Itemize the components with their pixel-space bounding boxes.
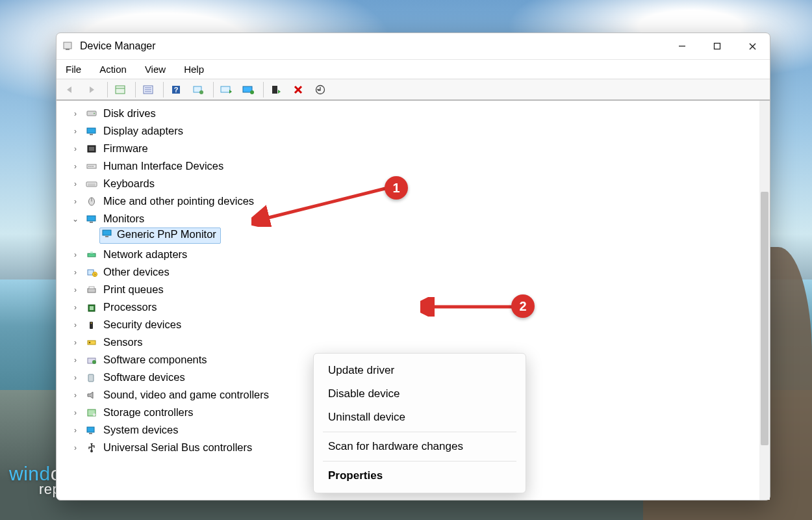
toolbar-update-driver-button[interactable] (216, 81, 236, 98)
cpu-icon (85, 302, 98, 313)
tree-node-label: Security devices (103, 318, 181, 331)
toolbar-forward-button[interactable] (82, 81, 102, 98)
tree-node-label: Firmware (103, 142, 148, 155)
tree-node-label: Software devices (103, 371, 185, 384)
expander-icon[interactable]: › (71, 356, 80, 365)
expander-icon[interactable]: › (71, 391, 80, 400)
context-menu-properties[interactable]: Properties (314, 464, 526, 488)
tree-leaf-generic-pnp-monitor[interactable]: Generic PnP Monitor (99, 228, 221, 244)
svg-rect-30 (92, 166, 94, 167)
menubar: File Action View Help (57, 59, 770, 79)
tree-node-label: Universal Serial Bus controllers (103, 441, 252, 454)
tree-node-other-devices[interactable]: ›?Other devices (60, 263, 754, 281)
toolbar-properties-button[interactable] (138, 81, 158, 98)
expander-icon[interactable]: › (71, 162, 80, 171)
mouse-icon (85, 196, 98, 207)
tree-node-mice-and-other-pointing-devices[interactable]: ›Mice and other pointing devices (60, 192, 754, 210)
menu-action[interactable]: Action (98, 62, 128, 76)
network-icon (85, 249, 98, 261)
sound-icon (85, 389, 98, 401)
usb-icon (85, 442, 98, 454)
toolbar-disable-device-button[interactable] (266, 81, 286, 98)
disk-icon (85, 108, 98, 120)
tree-node-label: Print queues (103, 283, 164, 296)
toolbar-sep (163, 82, 164, 98)
tree-node-disk-drives[interactable]: ›Disk drives (60, 105, 754, 122)
expander-icon[interactable]: ⌄ (71, 214, 80, 224)
expander-icon[interactable]: › (71, 144, 80, 153)
tree-node-label: Other devices (103, 266, 170, 278)
expander-icon[interactable]: › (71, 127, 80, 136)
expander-icon[interactable]: › (71, 338, 80, 347)
expander-icon[interactable]: › (71, 373, 80, 382)
svg-point-54 (92, 360, 96, 364)
tree-leaf-label: Generic PnP Monitor (117, 228, 216, 243)
expander-icon[interactable]: › (71, 320, 80, 330)
toolbar-scan-button[interactable] (188, 81, 208, 98)
expander-icon[interactable]: › (71, 109, 80, 118)
tree-node-print-queues[interactable]: ›Print queues (60, 281, 754, 298)
svg-rect-29 (90, 166, 92, 167)
app-icon (62, 40, 73, 52)
context-menu-uninstall-device[interactable]: Uninstall device (314, 406, 526, 429)
expander-icon[interactable]: › (71, 303, 80, 312)
menu-file[interactable]: File (64, 62, 82, 76)
toolbar: ? (57, 79, 770, 101)
swdev-icon (85, 372, 98, 384)
svg-rect-1 (66, 49, 70, 50)
minimize-button[interactable] (665, 33, 700, 59)
tree-node-label: Mice and other pointing devices (103, 195, 254, 207)
sensor-icon (85, 337, 98, 348)
expander-icon[interactable]: › (71, 408, 80, 417)
tree-node-human-interface-devices[interactable]: ›Human Interface Devices (60, 157, 754, 175)
svg-point-57 (93, 413, 95, 416)
tree-node-processors[interactable]: ›Processors (60, 298, 754, 316)
menu-help[interactable]: Help (183, 62, 205, 76)
tree-node-display-adapters[interactable]: ›Display adapters (60, 122, 754, 140)
expander-icon[interactable]: › (71, 268, 80, 277)
window-title: Device Manager (80, 40, 156, 52)
tree-node-keyboards[interactable]: ›Keyboards (60, 175, 754, 192)
svg-rect-39 (105, 236, 108, 237)
monitor-icon (101, 228, 113, 243)
maximize-button[interactable] (700, 33, 735, 59)
context-menu-separator (323, 432, 516, 432)
toolbar-uninstall-device-button[interactable] (288, 81, 308, 98)
expander-icon[interactable]: › (71, 426, 80, 435)
context-menu-disable-device[interactable]: Disable device (314, 382, 526, 406)
toolbar-enable-device-button[interactable] (238, 81, 258, 98)
window-controls (665, 33, 770, 59)
tree-node-label: Software components (103, 354, 207, 366)
tree-node-monitors[interactable]: ⌄Monitors (60, 210, 754, 228)
expander-icon[interactable]: › (71, 285, 80, 294)
close-button[interactable] (735, 33, 770, 59)
menu-view[interactable]: View (144, 62, 167, 76)
expander-icon[interactable]: › (71, 250, 80, 259)
toolbar-back-button[interactable] (60, 81, 80, 98)
tree-node-network-adapters[interactable]: ›Network adapters (60, 246, 754, 263)
svg-rect-0 (64, 42, 71, 49)
device-manager-window: Device Manager File Action View Help ? (56, 32, 770, 500)
tree-node-label: Processors (103, 301, 157, 313)
svg-rect-45 (88, 289, 95, 292)
tree-node-sensors[interactable]: ›Sensors (60, 333, 754, 351)
tree-node-label: Sensors (103, 336, 143, 348)
context-menu-scan-for-hardware-changes[interactable]: Scan for hardware changes (314, 435, 526, 458)
svg-rect-41 (90, 252, 93, 254)
toolbar-help-button[interactable]: ? (166, 81, 186, 98)
toolbar-show-hide-tree-button[interactable] (110, 81, 130, 98)
tree-node-firmware[interactable]: ›Firmware (60, 140, 754, 157)
expander-icon[interactable]: › (71, 443, 80, 452)
svg-rect-55 (88, 374, 94, 382)
tree-node-security-devices[interactable]: ›Security devices (60, 316, 754, 333)
toolbar-sep (213, 82, 214, 98)
svg-point-52 (89, 341, 91, 343)
scrollbar[interactable] (759, 101, 770, 500)
scrollbar-thumb[interactable] (761, 192, 768, 445)
expander-icon[interactable]: › (71, 179, 80, 188)
titlebar[interactable]: Device Manager (57, 33, 770, 59)
expander-icon[interactable]: › (71, 197, 80, 206)
tree-node-label: Network adapters (103, 248, 187, 261)
context-menu-update-driver[interactable]: Update driver (314, 359, 526, 382)
toolbar-add-legacy-button[interactable] (311, 81, 330, 98)
